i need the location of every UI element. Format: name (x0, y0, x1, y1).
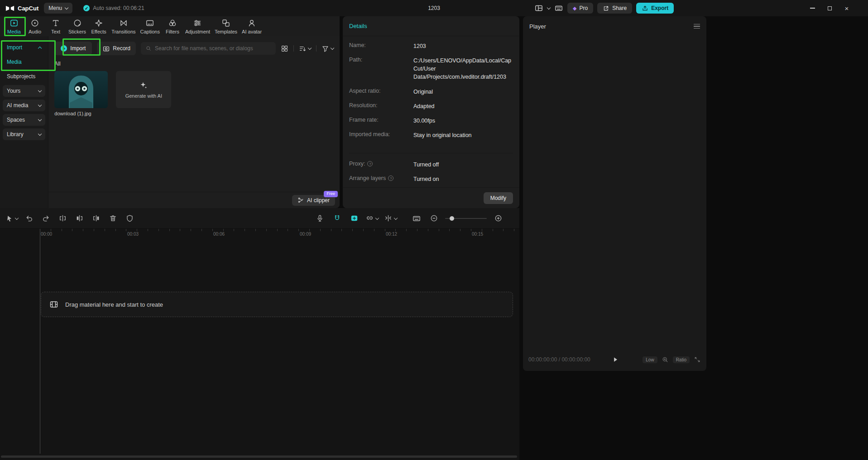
player-title: Player (529, 23, 546, 30)
captions-icon (145, 19, 154, 28)
info-icon[interactable]: ? (388, 175, 393, 181)
tab-adjustment[interactable]: Adjustment (183, 16, 212, 36)
tab-text[interactable]: Text (45, 16, 66, 36)
sidebar-item-media[interactable]: Media (3, 56, 45, 68)
timeline-ruler[interactable]: 00:00 00:03 00:06 00:09 00:12 00:15 (0, 229, 519, 240)
play-icon (612, 356, 619, 363)
filters-icon (168, 19, 177, 28)
voiceover-mic-button[interactable] (314, 213, 326, 224)
info-icon[interactable]: ? (367, 161, 373, 166)
layout-icon[interactable] (534, 4, 543, 13)
media-toolbar: + Import Record (48, 36, 340, 59)
pro-button[interactable]: ◆ Pro (567, 3, 593, 14)
media-item[interactable]: download (1).jpg (54, 71, 108, 116)
chevron-down-icon (15, 216, 19, 219)
mask-button[interactable] (124, 213, 135, 224)
magnet-toggle[interactable] (331, 213, 343, 224)
generate-with-ai-card[interactable]: Generate with AI (116, 71, 171, 108)
redo-button[interactable] (40, 213, 52, 224)
maximize-button[interactable] (821, 0, 838, 16)
close-button[interactable]: × (838, 0, 855, 16)
import-button[interactable]: + Import (54, 42, 92, 55)
adjustment-icon (193, 19, 202, 28)
auto-ripple-toggle[interactable] (348, 213, 360, 224)
media-thumbnail[interactable] (54, 71, 108, 108)
detail-row-frame-rate: Frame rate: 30.00fps (349, 117, 513, 125)
playhead[interactable] (40, 229, 40, 454)
zoom-out-button[interactable] (428, 213, 440, 224)
menu-button[interactable]: Menu (44, 3, 72, 14)
shortcuts-button[interactable] (411, 213, 422, 224)
timeline-scrollbar[interactable] (1, 455, 517, 458)
sidebar-item-import[interactable]: Import (3, 42, 45, 53)
preview-axis-toggle[interactable] (384, 214, 397, 223)
tab-captions[interactable]: Captions (138, 16, 162, 36)
divider (316, 45, 317, 52)
detail-row-aspect-ratio: Aspect ratio: Original (349, 88, 513, 96)
chevron-down-icon (65, 6, 68, 9)
check-icon: ✓ (83, 5, 90, 11)
tab-transitions[interactable]: Transitions (109, 16, 138, 36)
play-button[interactable] (612, 356, 619, 363)
record-icon (102, 45, 110, 52)
timeline-dropzone[interactable]: Drag material here and start to create (41, 292, 513, 317)
player-menu-icon[interactable] (694, 24, 700, 29)
minimize-button[interactable] (804, 0, 821, 16)
section-label: All (48, 59, 340, 71)
zoom-in-button[interactable] (492, 213, 504, 224)
plus-icon: + (61, 45, 67, 52)
topbar: CapCut Menu ✓ Auto saved: 00:06:21 1203 … (0, 0, 868, 16)
ruler-tick: 00:15 (472, 232, 483, 237)
ratio-selector[interactable]: Ratio (673, 356, 690, 363)
chevron-down-icon (308, 46, 312, 50)
capcut-logo: CapCut (0, 5, 44, 12)
record-button[interactable]: Record (97, 42, 136, 55)
tab-templates[interactable]: Templates (212, 16, 240, 36)
tab-filters[interactable]: Filters (162, 16, 183, 36)
zoom-slider-knob[interactable] (450, 216, 454, 221)
chevron-down-icon (375, 216, 379, 219)
split-button[interactable] (57, 213, 68, 224)
sidebar-item-library[interactable]: Library (3, 128, 45, 140)
undo-button[interactable] (23, 213, 35, 224)
pro-gem-icon: ◆ (573, 5, 576, 11)
chevron-down-icon (331, 46, 334, 50)
sidebar-item-spaces[interactable]: Spaces (3, 114, 45, 126)
grid-view-icon[interactable] (281, 45, 288, 52)
modify-button[interactable]: Modify (484, 192, 513, 204)
sidebar-item-subprojects[interactable]: Subprojects (3, 71, 45, 82)
link-toggle[interactable] (365, 214, 379, 223)
select-tool[interactable] (5, 214, 18, 223)
divider (293, 45, 294, 52)
templates-icon (221, 19, 230, 28)
share-button[interactable]: Share (597, 3, 632, 14)
export-icon (642, 5, 648, 12)
sort-icon[interactable] (299, 45, 311, 52)
detail-row-resolution: Resolution: Adapted (349, 102, 513, 110)
keyboard-shortcuts-icon[interactable] (554, 4, 563, 13)
tab-effects[interactable]: Effects (88, 16, 109, 36)
details-panel: Details Name: 1203 Path: C:/Users/LENOVO… (343, 16, 519, 208)
free-badge: Free (324, 191, 338, 197)
delete-button[interactable] (107, 213, 119, 224)
fullscreen-icon[interactable] (694, 356, 701, 363)
media-tabstrip: Media Audio Text Stickers Effects Transi… (0, 16, 340, 36)
sidebar-item-ai-media[interactable]: AI media (3, 100, 45, 111)
tab-stickers[interactable]: Stickers (66, 16, 88, 36)
tab-media[interactable]: Media (4, 16, 24, 36)
quality-selector[interactable]: Low (643, 356, 657, 363)
filter-icon[interactable] (321, 45, 334, 52)
delete-left-button[interactable] (73, 213, 85, 224)
tab-audio[interactable]: Audio (24, 16, 45, 36)
export-button[interactable]: Export (636, 3, 674, 14)
ai-clipper-button[interactable]: AI clipper Free (292, 195, 335, 206)
chevron-down-icon (38, 103, 42, 107)
tab-ai-avatar[interactable]: AI avatar (240, 16, 264, 36)
sidebar-item-yours[interactable]: Yours (3, 85, 45, 97)
preview-zoom-icon[interactable] (662, 356, 669, 363)
chevron-down-icon[interactable] (547, 6, 551, 9)
delete-right-button[interactable] (90, 213, 102, 224)
media-sidebar: Import Media Subprojects Yours AI media … (0, 36, 48, 208)
timeline-zoom-slider[interactable] (445, 218, 487, 219)
search-input[interactable] (155, 45, 271, 52)
